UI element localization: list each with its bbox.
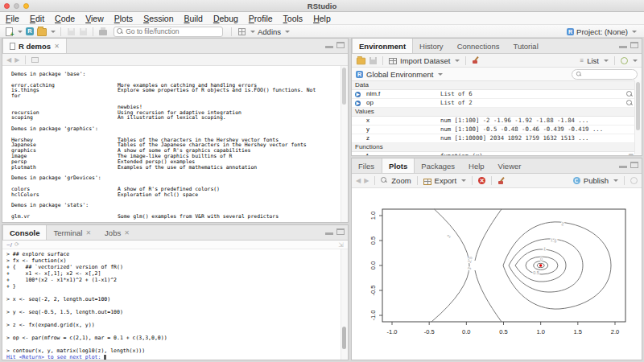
tab-environment[interactable]: Environment (352, 39, 413, 53)
scope-caret-icon[interactable] (438, 73, 443, 76)
refresh-plot-icon[interactable] (630, 177, 638, 184)
list-caret-icon[interactable] (604, 60, 609, 62)
next-plot-icon[interactable]: ▶ (364, 177, 369, 184)
addins-caret-icon[interactable] (285, 31, 290, 33)
maximize-pane-icon[interactable] (336, 228, 345, 235)
editor-scroll-thumb[interactable] (342, 68, 346, 105)
tab-history[interactable]: History (413, 39, 451, 53)
console-output[interactable]: > ## explore surface> fx <- function(x)+… (2, 249, 348, 360)
publish-button[interactable]: Publish (584, 176, 609, 185)
export-plot-button[interactable]: Export (435, 176, 456, 185)
workspace-panes-button[interactable] (237, 27, 246, 36)
minimize-pane-icon[interactable] (619, 162, 627, 168)
goto-file-function-box[interactable] (114, 27, 223, 37)
environment-scroll-thumb[interactable] (636, 82, 640, 130)
env-row-op[interactable]: ▶opList of 2 (352, 99, 642, 108)
clear-objects-icon[interactable] (472, 56, 480, 64)
expand-object-icon[interactable]: ▶ (355, 92, 361, 97)
close-tab-icon[interactable]: ✕ (124, 229, 130, 237)
view-function-icon[interactable]: ▤ (628, 152, 634, 156)
close-tab-icon[interactable]: ✕ (85, 229, 91, 237)
environment-search-box[interactable] (572, 69, 638, 80)
env-row-x[interactable]: xnum [1:100] -2 -1.96 -1.92 -1.88 -1.84 … (352, 117, 642, 125)
open-file-caret-icon[interactable] (51, 31, 56, 33)
tab-viewer[interactable]: Viewer (492, 158, 529, 173)
publish-caret-icon[interactable] (613, 179, 618, 182)
goto-file-function-input[interactable] (126, 27, 220, 35)
menu-help[interactable]: Help (313, 14, 331, 23)
tab-plots[interactable]: Plots (382, 158, 415, 173)
open-file-button[interactable] (37, 27, 47, 36)
tab-jobs[interactable]: Jobs✕ (98, 225, 137, 240)
save-all-button[interactable] (78, 27, 88, 36)
expand-object-icon[interactable]: ▶ (355, 101, 361, 106)
tab-console[interactable]: Console (2, 225, 47, 240)
editor-scrollbar[interactable] (341, 66, 348, 223)
import-dataset-button[interactable]: Import Dataset (400, 56, 450, 65)
minimize-pane-icon[interactable] (325, 42, 333, 48)
minimize-pane-icon[interactable] (325, 228, 333, 235)
env-row-z[interactable]: znum [1:10000] 2034 1892 1759 1632 1513 … (352, 134, 642, 143)
menu-build[interactable]: Build (184, 14, 203, 23)
import-caret-icon[interactable] (455, 60, 460, 62)
editor-content[interactable]: Demos in package 'base': error.catchingM… (2, 66, 348, 223)
tab-tutorial[interactable]: Tutorial (506, 39, 545, 53)
inspect-object-icon[interactable] (626, 100, 634, 107)
refresh-caret-icon[interactable] (633, 60, 638, 62)
menu-debug[interactable]: Debug (213, 14, 238, 23)
env-row-y[interactable]: ynum [1:100] -0.5 -0.48 -0.46 -0.439 -0.… (352, 125, 642, 134)
menu-session[interactable]: Session (143, 14, 173, 23)
menu-tools[interactable]: Tools (283, 14, 303, 23)
environment-scrollbar[interactable] (634, 80, 642, 154)
clear-all-plots-icon[interactable] (497, 177, 506, 185)
cwd-arrow-icon[interactable]: ⟳ (14, 241, 19, 248)
remove-plot-icon[interactable]: ✕ (478, 177, 485, 184)
list-view-button[interactable]: List (587, 56, 599, 65)
env-row-nlm.f[interactable]: ▶nlm.fList of 6 (352, 90, 642, 99)
inspect-object-icon[interactable] (626, 91, 634, 98)
save-workspace-icon[interactable] (369, 57, 377, 64)
list-view-icon[interactable]: ≡ (580, 57, 584, 64)
menu-file[interactable]: File (6, 14, 19, 23)
zoom-plot-button[interactable]: Zoom (391, 176, 411, 185)
tab-terminal[interactable]: Terminal✕ (47, 225, 98, 240)
open-in-new-window-icon[interactable] (31, 57, 39, 63)
print-button[interactable] (98, 27, 108, 36)
panes-caret-icon[interactable] (250, 31, 255, 33)
console-scrollbar[interactable] (341, 249, 348, 360)
menu-view[interactable]: View (85, 14, 104, 23)
load-workspace-icon[interactable] (357, 58, 365, 65)
back-icon[interactable]: ◀ (6, 56, 11, 64)
refresh-environment-icon[interactable] (621, 57, 628, 64)
tab-r-demos[interactable]: R demos ✕ (2, 39, 67, 53)
maximize-pane-icon[interactable] (630, 42, 638, 48)
minimize-pane-icon[interactable] (619, 42, 627, 48)
new-file-caret-icon[interactable] (18, 31, 23, 33)
tab-files[interactable]: Files (352, 158, 382, 173)
save-button[interactable] (66, 27, 76, 36)
maximize-pane-icon[interactable] (336, 42, 345, 48)
menu-edit[interactable]: Edit (30, 14, 44, 23)
addins-button[interactable]: Addins (258, 27, 281, 36)
menu-code[interactable]: Code (55, 14, 75, 23)
console-scroll-thumb[interactable] (342, 327, 346, 349)
new-file-button[interactable] (4, 27, 14, 36)
console-cwd[interactable]: ~/ (6, 241, 12, 249)
tab-help[interactable]: Help (462, 158, 492, 173)
forward-icon[interactable]: ▶ (14, 56, 19, 64)
env-row-f[interactable]: ffunction (x)▤ (352, 152, 642, 156)
tab-connections[interactable]: Connections (451, 39, 507, 53)
new-project-button[interactable]: R (25, 27, 35, 36)
export-caret-icon[interactable] (461, 179, 466, 182)
import-dataset-icon[interactable] (389, 58, 397, 64)
previous-plot-icon[interactable]: ◀ (356, 177, 361, 184)
project-menu[interactable]: R Project: (None) (567, 27, 640, 36)
close-tab-icon[interactable]: ✕ (54, 43, 60, 50)
tab-packages[interactable]: Packages (415, 158, 462, 173)
menu-plots[interactable]: Plots (114, 14, 133, 23)
maximize-pane-icon[interactable] (630, 162, 638, 168)
console-popout-icon[interactable]: ⇲ (338, 241, 344, 249)
global-environment-dropdown[interactable]: Global Environment (366, 70, 433, 79)
menu-profile[interactable]: Profile (249, 14, 273, 23)
env-section-data: Data (352, 81, 642, 90)
